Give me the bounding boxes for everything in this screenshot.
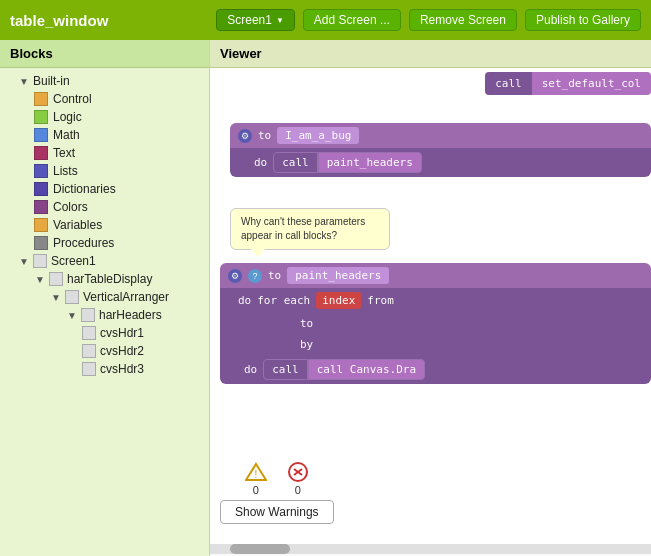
sidebar-hartabledisplay-label: harTableDisplay: [67, 272, 152, 286]
sidebar-item-cvshdr3[interactable]: cvsHdr3: [0, 360, 209, 378]
sidebar-item-harheaders[interactable]: ▼ harHeaders: [0, 306, 209, 324]
paint-headers-label-2: paint_headers: [287, 267, 389, 284]
remove-screen-button[interactable]: Remove Screen: [409, 9, 517, 31]
block-do-row: do call paint_headers: [230, 148, 651, 177]
error-count: 0: [295, 484, 301, 496]
error-circle-icon: [287, 462, 309, 482]
control-color-icon: [34, 92, 48, 106]
sidebar-item-builtin[interactable]: ▼ Built-in: [0, 72, 209, 90]
sidebar-procedures-label: Procedures: [53, 236, 114, 250]
warnings-panel: ! 0 0 Show Warnings: [220, 462, 334, 524]
viewer-panel: Viewer call set_default_col ⚙ to I_am_a_…: [210, 40, 651, 556]
sidebar-item-math[interactable]: Math: [0, 126, 209, 144]
expand-verticalarranger-icon: ▼: [50, 291, 62, 303]
warning-item: ! 0: [245, 462, 267, 496]
i-am-a-bug-label: I_am_a_bug: [277, 127, 359, 144]
sidebar-item-text[interactable]: Text: [0, 144, 209, 162]
block-event-header-2: ⚙ ? to paint_headers: [220, 263, 651, 288]
sidebar-item-control[interactable]: Control: [0, 90, 209, 108]
set-default-col-label: set_default_col: [532, 72, 651, 95]
sidebar-item-dictionaries[interactable]: Dictionaries: [0, 180, 209, 198]
blocks-tree: ▼ Built-in Control Logic Math Text: [0, 68, 209, 556]
math-color-icon: [34, 128, 48, 142]
procedures-color-icon: [34, 236, 48, 250]
screen-dropdown-button[interactable]: Screen1 ▼: [216, 9, 295, 31]
viewer-header: Viewer: [210, 40, 651, 68]
horizontal-scrollbar[interactable]: [210, 544, 651, 554]
harheaders-icon: [81, 308, 95, 322]
sidebar-item-screen1[interactable]: ▼ Screen1: [0, 252, 209, 270]
gear-icon-1: ⚙: [238, 129, 252, 143]
tooltip-text: Why can't these parameters appear in cal…: [241, 216, 365, 241]
sidebar-item-logic[interactable]: Logic: [0, 108, 209, 126]
gear-icon-2: ⚙: [228, 269, 242, 283]
by-row: by: [220, 334, 651, 355]
title-bar: table_window Screen1 ▼ Add Screen ... Re…: [0, 0, 651, 40]
block-i-am-a-bug: ⚙ to I_am_a_bug do call paint_headers: [230, 123, 651, 177]
do-call-canvas-row: do call call Canvas.Dra: [220, 355, 651, 384]
svg-text:!: !: [254, 469, 257, 480]
index-label: index: [316, 292, 361, 309]
foreach-row: do for each index from: [220, 288, 651, 313]
expand-screen1-icon: ▼: [18, 255, 30, 267]
sidebar-colors-label: Colors: [53, 200, 88, 214]
call-canvas-block: call call Canvas.Dra: [263, 359, 425, 380]
dropdown-arrow-icon: ▼: [276, 16, 284, 25]
tooltip-bubble: Why can't these parameters appear in cal…: [230, 208, 390, 250]
sidebar-dictionaries-label: Dictionaries: [53, 182, 116, 196]
colors-color-icon: [34, 200, 48, 214]
expand-builtin-icon: ▼: [18, 75, 30, 87]
publish-to-gallery-button[interactable]: Publish to Gallery: [525, 9, 641, 31]
dictionaries-color-icon: [34, 182, 48, 196]
cvshdr2-icon: [82, 344, 96, 358]
main-layout: Blocks ▼ Built-in Control Logic Math: [0, 40, 651, 556]
error-item: 0: [287, 462, 309, 496]
viewer-canvas: call set_default_col ⚙ to I_am_a_bug do …: [210, 68, 651, 554]
variables-color-icon: [34, 218, 48, 232]
sidebar-item-hartabledisplay[interactable]: ▼ harTableDisplay: [0, 270, 209, 288]
warning-count: 0: [253, 484, 259, 496]
tooltip-arrow: [251, 249, 265, 257]
sidebar-item-lists[interactable]: Lists: [0, 162, 209, 180]
verticalarranger-icon: [65, 290, 79, 304]
call-paint-headers-block: call paint_headers: [273, 152, 422, 173]
block-paint-headers-2: ⚙ ? to paint_headers do for each index f…: [220, 263, 651, 384]
sidebar-lists-label: Lists: [53, 164, 78, 178]
paint-headers-label-1: paint_headers: [318, 152, 422, 173]
hartabledisplay-icon: [49, 272, 63, 286]
sidebar-cvshdr2-label: cvsHdr2: [100, 344, 144, 358]
sidebar-verticalarranger-label: VerticalArranger: [83, 290, 169, 304]
logic-color-icon: [34, 110, 48, 124]
add-screen-button[interactable]: Add Screen ...: [303, 9, 401, 31]
sidebar-item-colors[interactable]: Colors: [0, 198, 209, 216]
sidebar-text-label: Text: [53, 146, 75, 160]
screen1-icon: [33, 254, 47, 268]
block-set-default-col: call set_default_col: [485, 72, 651, 95]
sidebar-item-cvshdr2[interactable]: cvsHdr2: [0, 342, 209, 360]
sidebar-item-variables[interactable]: Variables: [0, 216, 209, 234]
show-warnings-button[interactable]: Show Warnings: [220, 500, 334, 524]
canvas-draw-label: call Canvas.Dra: [308, 359, 425, 380]
text-color-icon: [34, 146, 48, 160]
sidebar-item-verticalarranger[interactable]: ▼ VerticalArranger: [0, 288, 209, 306]
sidebar-item-procedures[interactable]: Procedures: [0, 234, 209, 252]
to-row: to: [220, 313, 651, 334]
cvshdr3-icon: [82, 362, 96, 376]
expand-harheaders-icon: ▼: [66, 309, 78, 321]
sidebar-cvshdr3-label: cvsHdr3: [100, 362, 144, 376]
blocks-panel-header: Blocks: [0, 40, 209, 68]
expand-hartabledisplay-icon: ▼: [34, 273, 46, 285]
sidebar-logic-label: Logic: [53, 110, 82, 124]
warning-triangle-icon: !: [245, 462, 267, 482]
call-label-1: call: [485, 72, 532, 95]
sidebar-item-cvshdr1[interactable]: cvsHdr1: [0, 324, 209, 342]
sidebar-cvshdr1-label: cvsHdr1: [100, 326, 144, 340]
blocks-panel: Blocks ▼ Built-in Control Logic Math: [0, 40, 210, 556]
lists-color-icon: [34, 164, 48, 178]
sidebar-control-label: Control: [53, 92, 92, 106]
app-title: table_window: [10, 12, 108, 29]
sidebar-variables-label: Variables: [53, 218, 102, 232]
scrollbar-thumb: [230, 544, 290, 554]
question-icon: ?: [248, 269, 262, 283]
sidebar-builtin-label: Built-in: [33, 74, 70, 88]
